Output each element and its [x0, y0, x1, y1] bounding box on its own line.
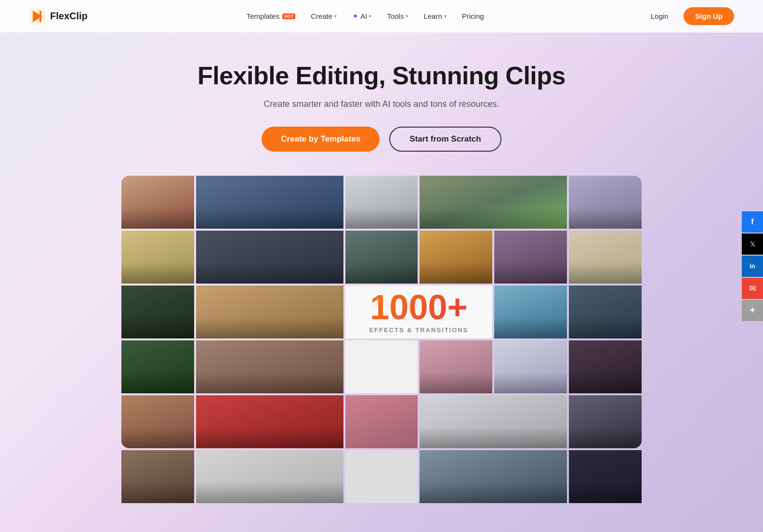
grid-cell — [420, 176, 567, 229]
media-grid-section: 1000+ EFFECTS & TRANSITIONS — [121, 176, 642, 503]
grid-extra-row — [121, 450, 642, 503]
start-scratch-button[interactable]: Start from Scratch — [389, 127, 501, 152]
login-button[interactable]: Login — [643, 8, 676, 24]
hero-title: Flexible Editing, Stunning Clips — [197, 62, 566, 91]
grid-cell — [121, 395, 194, 448]
chevron-down-icon: ▾ — [334, 13, 337, 19]
grid-cell — [569, 285, 642, 338]
grid-cell — [345, 340, 418, 393]
nav-links: Templates HOT Create ▾ ✦ AI ▾ Tools ▾ Le… — [240, 8, 491, 25]
grid-cell-center: 1000+ EFFECTS & TRANSITIONS — [345, 285, 493, 338]
nav-tools[interactable]: Tools ▾ — [380, 8, 415, 24]
hero-section: Flexible Editing, Stunning Clips Create … — [0, 33, 763, 176]
grid-cell — [420, 231, 492, 284]
grid-cell — [345, 231, 418, 284]
grid-cell — [569, 176, 642, 229]
grid-cell — [569, 340, 642, 393]
grid-cell — [420, 395, 567, 448]
grid-cell — [569, 231, 642, 284]
grid-cell — [569, 395, 642, 448]
brand-name: FlexClip — [50, 11, 88, 22]
overlay-text: EFFECTS & TRANSITIONS — [369, 326, 468, 334]
nav-right: Login Sign Up — [643, 7, 734, 25]
nav-templates[interactable]: Templates HOT — [240, 8, 302, 24]
nav-ai[interactable]: ✦ AI ▾ — [345, 8, 378, 25]
grid-cell — [121, 340, 194, 393]
twitter-icon: 𝕏 — [750, 240, 755, 248]
chevron-down-icon: ▾ — [444, 13, 447, 19]
hero-buttons: Create by Templates Start from Scratch — [262, 127, 501, 152]
media-grid: 1000+ EFFECTS & TRANSITIONS — [121, 176, 642, 448]
grid-cell — [420, 340, 492, 393]
svg-rect-2 — [39, 11, 41, 22]
grid-cell — [494, 231, 567, 284]
grid-cell — [121, 285, 194, 338]
more-share-button[interactable]: + — [742, 300, 763, 321]
ai-icon: ✦ — [352, 12, 358, 21]
nav-create[interactable]: Create ▾ — [304, 8, 343, 24]
overlay-number: 1000+ — [370, 290, 467, 324]
signup-button[interactable]: Sign Up — [684, 7, 734, 25]
grid-cell — [196, 231, 343, 284]
grid-cell — [196, 285, 343, 338]
facebook-share-button[interactable]: f — [742, 211, 763, 233]
facebook-icon: f — [751, 218, 753, 226]
nav-pricing[interactable]: Pricing — [455, 8, 491, 24]
email-share-button[interactable]: ✉ — [742, 278, 763, 299]
chevron-down-icon: ▾ — [369, 13, 371, 19]
grid-cell — [494, 340, 567, 393]
create-templates-button[interactable]: Create by Templates — [262, 127, 380, 152]
grid-cell — [121, 176, 194, 229]
grid-cell — [121, 231, 194, 284]
email-icon: ✉ — [749, 283, 756, 294]
hero-subtitle: Create smarter and faster with AI tools … — [263, 99, 499, 109]
grid-cell — [196, 395, 343, 448]
linkedin-share-button[interactable]: in — [742, 256, 763, 277]
twitter-share-button[interactable]: 𝕏 — [742, 234, 763, 255]
grid-cell — [196, 176, 343, 229]
more-icon: + — [750, 305, 755, 316]
navigation: FlexClip Templates HOT Create ▾ ✦ AI ▾ T… — [0, 0, 763, 33]
grid-cell — [196, 340, 343, 393]
nav-learn[interactable]: Learn ▾ — [417, 8, 453, 24]
grid-cell — [345, 176, 418, 229]
grid-cell — [494, 285, 567, 338]
chevron-down-icon: ▾ — [406, 13, 408, 19]
logo[interactable]: FlexClip — [29, 8, 88, 25]
social-sidebar: f 𝕏 in ✉ + — [742, 211, 763, 321]
grid-cell — [345, 395, 418, 448]
linkedin-icon: in — [750, 262, 755, 270]
